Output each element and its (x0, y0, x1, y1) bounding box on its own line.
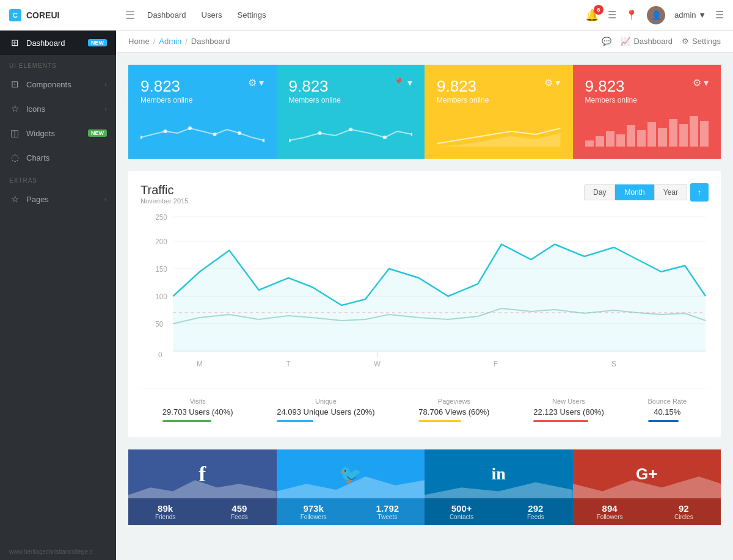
charts-icon: ◌ (9, 152, 20, 163)
breadcrumb-action-chat[interactable]: 💬 (602, 37, 611, 46)
avatar[interactable]: 👤 (647, 6, 665, 24)
visits-value: 29.703 Users (40%) (162, 407, 233, 416)
svg-text:T: T (286, 360, 291, 368)
svg-text:150: 150 (155, 265, 167, 274)
facebook-icon: f (199, 461, 206, 487)
sidebar-item-pages[interactable]: ☆ Pages ‹ (0, 187, 116, 211)
breadcrumb-admin[interactable]: Admin (159, 37, 181, 46)
sidebar: ⊞ Dashboard NEW UI ELEMENTS ⊡ Components… (0, 31, 116, 560)
sidebar-item-widgets[interactable]: ◫ Widgets NEW (0, 121, 116, 145)
stat-card-red: 9.823 Members online ⚙ ▾ (573, 65, 721, 159)
month-button[interactable]: Month (615, 184, 654, 200)
sidebar-item-charts[interactable]: ◌ Charts (0, 145, 116, 170)
location-icon[interactable]: 📍 (625, 9, 638, 21)
social-card-google-plus: G+ 894 Followers 92 Circles (573, 449, 721, 525)
twitter-followers-label: Followers (280, 514, 348, 520)
google-plus-followers-value: 894 (576, 503, 644, 514)
social-cards: f 89k Friends 459 Feeds (128, 449, 721, 525)
social-card-linkedin: in 500+ Contacts 292 Feeds (425, 449, 573, 525)
admin-label[interactable]: admin ▼ (674, 10, 706, 20)
newusers-bar (533, 420, 588, 422)
nav-link-settings[interactable]: Settings (238, 10, 266, 20)
notification-badge: 6 (594, 5, 604, 15)
top-navigation: C COREUI ☰ Dashboard Users Settings 🔔 6 … (0, 0, 733, 31)
notifications-bell[interactable]: 🔔 6 (585, 9, 599, 22)
icons-icon: ☆ (9, 103, 20, 114)
facebook-stat2: 459 Feeds (202, 498, 276, 525)
twitter-tweets-value: 1.792 (354, 503, 421, 514)
chevron-icon-3: ‹ (104, 195, 107, 203)
gear-icon-teal[interactable]: 📍 ▾ (393, 77, 412, 89)
svg-text:F: F (494, 360, 498, 368)
breadcrumb-home[interactable]: Home (128, 37, 150, 46)
twitter-icon: 🐦 (339, 464, 362, 485)
gear-icon-red[interactable]: ⚙ ▾ (693, 77, 709, 89)
svg-text:S: S (611, 360, 616, 368)
linkedin-stat2: 292 Feeds (498, 498, 572, 525)
google-plus-circles-label: Circles (650, 514, 718, 520)
gear-icon-blue[interactable]: ⚙ ▾ (248, 77, 264, 89)
stat-col-visits: Visits 29.703 Users (40%) (162, 398, 233, 422)
sidebar-item-icons[interactable]: ☆ Icons ‹ (0, 96, 116, 121)
linkedin-feeds-label: Feeds (501, 514, 569, 520)
facebook-feeds-label: Feeds (205, 514, 273, 520)
newusers-label: New Users (533, 398, 604, 405)
visits-label: Visits (162, 398, 233, 405)
breadcrumb-actions: 💬 📈 Dashboard ⚙ Settings (602, 37, 721, 46)
svg-text:250: 250 (155, 213, 167, 222)
unique-label: Unique (277, 398, 374, 405)
upload-button[interactable]: ↑ (690, 183, 709, 202)
chat-icon: 💬 (602, 37, 611, 46)
stat-card-header-yellow: 9.823 Members online ⚙ ▾ (437, 77, 561, 114)
sidebar-item-dashboard[interactable]: ⊞ Dashboard NEW (0, 31, 116, 55)
list-icon[interactable]: ☰ (608, 9, 616, 21)
stat-value-red: 9.823 (585, 77, 637, 96)
linkedin-contacts-label: Contacts (428, 514, 495, 520)
sidebar-item-components[interactable]: ⊡ Components ‹ (0, 72, 116, 96)
svg-text:50: 50 (155, 320, 163, 329)
svg-point-4 (238, 131, 241, 135)
facebook-friends-value: 89k (131, 503, 199, 514)
menu-icon[interactable]: ☰ (715, 9, 724, 21)
google-plus-followers-label: Followers (576, 514, 644, 520)
bar-5 (627, 125, 635, 147)
gear-icon-yellow[interactable]: ⚙ ▾ (544, 77, 560, 89)
traffic-header: Traffic November 2015 Day Month Year ↑ (140, 183, 709, 205)
svg-text:W: W (374, 360, 381, 368)
svg-text:200: 200 (155, 238, 167, 246)
sidebar-label-pages: Pages (26, 195, 98, 204)
sidebar-label-charts: Charts (26, 153, 107, 162)
newusers-value: 22.123 Users (80%) (533, 407, 604, 416)
bar-chart-red (585, 116, 709, 147)
year-button[interactable]: Year (654, 184, 687, 200)
bar-8 (658, 128, 666, 147)
svg-point-3 (213, 133, 216, 136)
stat-label-blue: Members online (140, 96, 192, 104)
dashboard-icon: ⊞ (9, 37, 20, 48)
widgets-new-badge: NEW (88, 129, 107, 137)
ui-elements-section: UI ELEMENTS (0, 55, 116, 72)
unique-value: 24.093 Unique Users (20%) (277, 407, 374, 416)
content-area: 9.823 Members online ⚙ ▾ (116, 53, 733, 560)
traffic-title: Traffic (140, 183, 188, 197)
linkedin-contacts-value: 500+ (428, 503, 495, 514)
breadcrumb-action-dashboard[interactable]: 📈 Dashboard (621, 37, 673, 46)
linkedin-feeds-value: 292 (501, 503, 569, 514)
stat-col-newusers: New Users 22.123 Users (80%) (533, 398, 604, 422)
svg-point-7 (318, 131, 321, 135)
facebook-friends-label: Friends (131, 514, 199, 520)
nav-link-dashboard[interactable]: Dashboard (147, 10, 186, 20)
day-button[interactable]: Day (584, 184, 615, 200)
svg-point-9 (382, 136, 386, 139)
breadcrumb-sep-2: / (185, 37, 188, 46)
svg-point-0 (140, 136, 142, 139)
twitter-followers-value: 973k (280, 503, 348, 514)
breadcrumb-action-settings[interactable]: ⚙ Settings (682, 37, 721, 46)
pages-icon: ☆ (9, 194, 20, 205)
hamburger-icon[interactable]: ☰ (125, 9, 135, 22)
google-plus-stat2: 92 Circles (647, 498, 721, 525)
logo-text: COREUI (26, 10, 59, 20)
breadcrumb-settings-label: Settings (692, 37, 721, 46)
stat-value-yellow: 9.823 (437, 77, 489, 96)
nav-link-users[interactable]: Users (202, 10, 222, 20)
